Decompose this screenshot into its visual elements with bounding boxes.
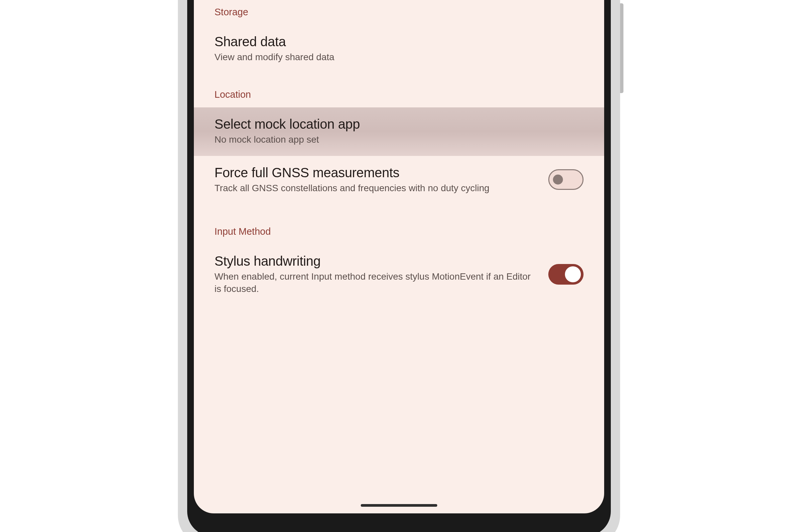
toggle-force-gnss[interactable] bbox=[548, 169, 584, 190]
navigation-bar-handle[interactable] bbox=[361, 504, 437, 507]
settings-content: Storage Shared data View and modify shar… bbox=[194, 0, 604, 513]
toggle-thumb bbox=[553, 174, 563, 185]
phone-frame: Storage Shared data View and modify shar… bbox=[178, 0, 620, 532]
setting-shared-data[interactable]: Shared data View and modify shared data bbox=[194, 25, 604, 73]
setting-subtitle: No mock location app set bbox=[214, 134, 584, 146]
setting-title: Stylus handwriting bbox=[214, 254, 535, 269]
setting-title: Force full GNSS measurements bbox=[214, 165, 535, 180]
setting-title: Select mock location app bbox=[214, 117, 584, 132]
setting-text: Shared data View and modify shared data bbox=[214, 34, 584, 63]
section-header-storage: Storage bbox=[194, 0, 604, 25]
phone-inner-border: Storage Shared data View and modify shar… bbox=[187, 0, 611, 532]
setting-stylus-handwriting[interactable]: Stylus handwriting When enabled, current… bbox=[194, 244, 604, 305]
screen: Storage Shared data View and modify shar… bbox=[194, 0, 604, 513]
setting-mock-location[interactable]: Select mock location app No mock locatio… bbox=[194, 108, 604, 156]
setting-subtitle: Track all GNSS constellations and freque… bbox=[214, 182, 535, 194]
setting-text: Stylus handwriting When enabled, current… bbox=[214, 254, 535, 295]
setting-title: Shared data bbox=[214, 34, 584, 49]
setting-text: Select mock location app No mock locatio… bbox=[214, 117, 584, 146]
setting-text: Force full GNSS measurements Track all G… bbox=[214, 165, 535, 194]
setting-subtitle: View and modify shared data bbox=[214, 51, 584, 63]
toggle-thumb bbox=[565, 266, 581, 282]
setting-subtitle: When enabled, current Input method recei… bbox=[214, 271, 535, 295]
section-header-location: Location bbox=[194, 82, 604, 108]
phone-side-button bbox=[620, 3, 624, 93]
setting-force-gnss[interactable]: Force full GNSS measurements Track all G… bbox=[194, 156, 604, 204]
section-header-input-method: Input Method bbox=[194, 220, 604, 244]
toggle-stylus-handwriting[interactable] bbox=[548, 264, 584, 285]
